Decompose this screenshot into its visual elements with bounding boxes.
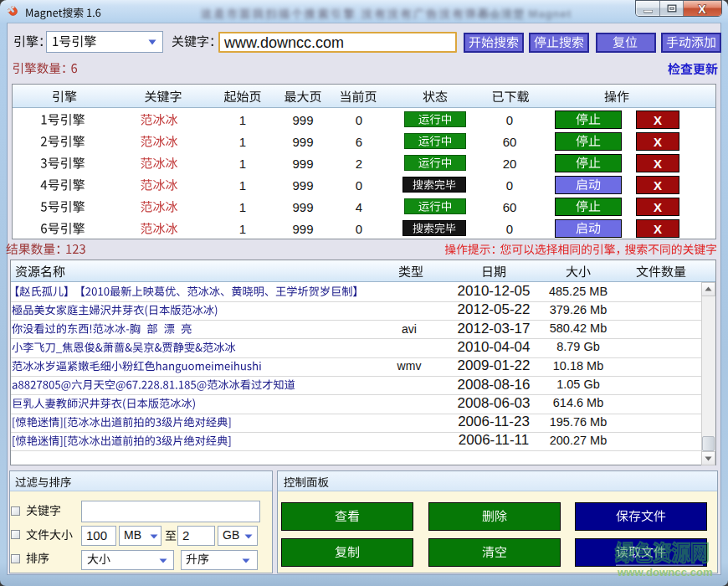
svg-text:X: X [698, 3, 706, 15]
